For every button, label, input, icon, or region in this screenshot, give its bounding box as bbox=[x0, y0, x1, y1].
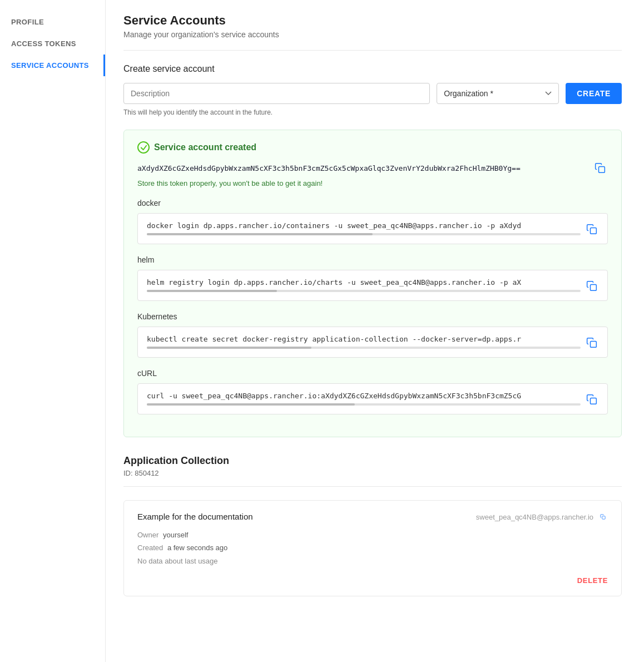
cmd-scrollbar-thumb-kubernetes bbox=[147, 347, 311, 349]
owner-value: yourself bbox=[163, 531, 189, 539]
cmd-label-helm: helm bbox=[137, 255, 608, 264]
store-warning: Store this token properly, you won't be … bbox=[137, 179, 608, 187]
account-name: Example for the documentation bbox=[137, 512, 253, 521]
created-label: Created bbox=[137, 544, 163, 552]
cmd-section-kubernetes: Kubernetes kubectl create secret docker-… bbox=[137, 312, 608, 358]
svg-rect-5 bbox=[602, 516, 605, 519]
cmd-box-curl: curl -u sweet_pea_qc4NB@apps.rancher.io:… bbox=[137, 383, 608, 414]
cmd-content-docker: docker login dp.apps.rancher.io/containe… bbox=[147, 221, 581, 235]
create-button[interactable]: CREATE bbox=[566, 83, 622, 104]
svg-rect-2 bbox=[591, 285, 597, 291]
no-data-text: No data about last usage bbox=[137, 555, 608, 567]
token-text: aXdydXZ6cGZxeHdsdGpybWxzamN5cXF3c3h5bnF3… bbox=[137, 164, 588, 172]
success-icon bbox=[137, 141, 150, 154]
cmd-section-docker: docker docker login dp.apps.rancher.io/c… bbox=[137, 199, 608, 244]
page-title: Service Accounts bbox=[123, 13, 622, 28]
svg-rect-3 bbox=[591, 342, 597, 348]
account-card: Example for the documentation sweet_pea_… bbox=[123, 500, 622, 596]
create-section-title: Create service account bbox=[123, 64, 622, 74]
token-row: aXdydXZ6cGZxeHdsdGpybWxzamN5cXF3c3h5bnF3… bbox=[137, 160, 608, 176]
cmd-scrollbar-kubernetes bbox=[147, 347, 581, 349]
description-input[interactable] bbox=[123, 83, 430, 104]
sidebar-item-profile[interactable]: PROFILE bbox=[0, 11, 105, 33]
organization-select[interactable]: Organization * bbox=[437, 83, 559, 104]
success-panel: Service account created aXdydXZ6cGZxeHds… bbox=[123, 130, 622, 437]
cmd-text-helm: helm registry login dp.apps.rancher.io/c… bbox=[147, 278, 581, 286]
cmd-content-helm: helm registry login dp.apps.rancher.io/c… bbox=[147, 278, 581, 292]
sidebar-item-service-accounts[interactable]: SERVICE ACCOUNTS bbox=[0, 55, 105, 76]
sidebar-item-access-tokens[interactable]: ACCESS TOKENS bbox=[0, 33, 105, 55]
main-content: Service Accounts Manage your organizatio… bbox=[106, 0, 640, 662]
cmd-content-curl: curl -u sweet_pea_qc4NB@apps.rancher.io:… bbox=[147, 392, 581, 406]
cmd-text-curl: curl -u sweet_pea_qc4NB@apps.rancher.io:… bbox=[147, 392, 581, 400]
cmd-label-kubernetes: Kubernetes bbox=[137, 312, 608, 321]
account-owner-row: Owner yourself bbox=[137, 528, 608, 541]
cmd-text-docker: docker login dp.apps.rancher.io/containe… bbox=[147, 221, 581, 230]
account-created-row: Created a few seconds ago bbox=[137, 541, 608, 554]
cmd-content-kubernetes: kubectl create secret docker-registry ap… bbox=[147, 335, 581, 349]
cmd-scrollbar-thumb-docker bbox=[147, 233, 373, 235]
cmd-box-kubernetes: kubectl create secret docker-registry ap… bbox=[137, 327, 608, 358]
sidebar: PROFILE ACCESS TOKENS SERVICE ACCOUNTS bbox=[0, 0, 106, 662]
svg-rect-0 bbox=[599, 167, 605, 173]
account-footer: DELETE bbox=[137, 576, 608, 585]
copy-token-button[interactable] bbox=[592, 160, 608, 176]
created-value: a few seconds ago bbox=[167, 544, 227, 552]
cmd-scrollbar-curl bbox=[147, 403, 581, 406]
cmd-scrollbar-helm bbox=[147, 290, 581, 292]
cmd-scrollbar-thumb-helm bbox=[147, 290, 277, 292]
account-email: sweet_pea_qc4NB@apps.rancher.io bbox=[476, 513, 593, 521]
account-card-header: Example for the documentation sweet_pea_… bbox=[137, 512, 608, 522]
copy-kubernetes-button[interactable] bbox=[585, 336, 598, 349]
cmd-section-helm: helm helm registry login dp.apps.rancher… bbox=[137, 255, 608, 301]
divider bbox=[123, 50, 622, 51]
cmd-scrollbar-thumb-curl bbox=[147, 403, 355, 406]
svg-rect-1 bbox=[591, 228, 597, 234]
cmd-label-curl: cURL bbox=[137, 369, 608, 378]
account-email-row: sweet_pea_qc4NB@apps.rancher.io bbox=[476, 512, 608, 522]
copy-docker-button[interactable] bbox=[585, 223, 598, 236]
account-meta: Owner yourself Created a few seconds ago… bbox=[137, 528, 608, 567]
cmd-label-docker: docker bbox=[137, 199, 608, 208]
delete-button[interactable]: DELETE bbox=[577, 576, 608, 585]
app-divider bbox=[123, 486, 622, 487]
cmd-text-kubernetes: kubectl create secret docker-registry ap… bbox=[147, 335, 581, 343]
hint-text: This will help you identify the account … bbox=[123, 108, 622, 116]
success-title: Service account created bbox=[154, 142, 256, 152]
cmd-scrollbar-docker bbox=[147, 233, 581, 235]
cmd-section-curl: cURL curl -u sweet_pea_qc4NB@apps.ranche… bbox=[137, 369, 608, 414]
copy-helm-button[interactable] bbox=[585, 279, 598, 293]
page-subtitle: Manage your organization's service accou… bbox=[123, 30, 622, 39]
owner-label: Owner bbox=[137, 531, 158, 539]
svg-rect-4 bbox=[591, 398, 597, 404]
copy-email-button[interactable] bbox=[598, 512, 608, 522]
copy-curl-button[interactable] bbox=[585, 393, 598, 406]
success-header: Service account created bbox=[137, 141, 608, 154]
application-title: Application Collection bbox=[123, 455, 622, 467]
application-section: Application Collection ID: 850412 bbox=[123, 455, 622, 487]
application-id: ID: 850412 bbox=[123, 469, 622, 477]
cmd-box-helm: helm registry login dp.apps.rancher.io/c… bbox=[137, 270, 608, 301]
create-form: Organization * CREATE bbox=[123, 83, 622, 104]
cmd-box-docker: docker login dp.apps.rancher.io/containe… bbox=[137, 213, 608, 244]
